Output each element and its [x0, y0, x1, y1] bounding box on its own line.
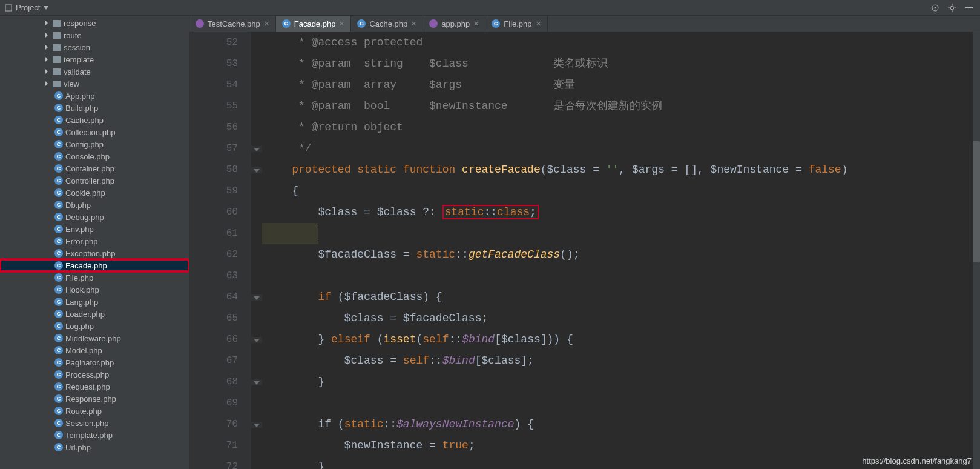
- file-Hook.php[interactable]: CHook.php: [0, 284, 189, 296]
- code-line-62[interactable]: 62 $facadeClass = static::getFacadeClass…: [189, 244, 980, 265]
- file-Loader.php[interactable]: CLoader.php: [0, 308, 189, 320]
- folder-session[interactable]: session: [0, 41, 189, 53]
- expand-arrow-icon[interactable]: [45, 81, 48, 86]
- file-Lang.php[interactable]: CLang.php: [0, 296, 189, 308]
- code-line-69[interactable]: 69: [189, 393, 980, 414]
- expand-arrow-icon[interactable]: [45, 21, 48, 25]
- file-label: Build.php: [65, 104, 98, 113]
- php-class-icon: C: [54, 201, 63, 209]
- code-line-64[interactable]: 64 if ($facadeClass) {: [189, 287, 980, 308]
- file-App.php[interactable]: CApp.php: [0, 90, 189, 102]
- code-line-68[interactable]: 68 }: [189, 371, 980, 393]
- php-class-icon: C: [54, 407, 63, 415]
- close-icon[interactable]: ✕: [536, 20, 541, 28]
- file-Debug.php[interactable]: CDebug.php: [0, 211, 189, 223]
- close-icon[interactable]: ✕: [339, 20, 344, 28]
- file-Facade.php[interactable]: CFacade.php: [0, 259, 189, 271]
- expand-arrow-icon[interactable]: [45, 33, 48, 38]
- tab-TestCache.php[interactable]: TestCache.php✕: [189, 16, 276, 32]
- folder-route[interactable]: route: [0, 29, 189, 41]
- code-line-56[interactable]: 56 * @return object: [189, 117, 980, 138]
- project-icon: [5, 4, 12, 12]
- file-label: Db.php: [65, 201, 91, 210]
- code-line-52[interactable]: 52 * @access protected: [189, 32, 980, 53]
- file-Console.php[interactable]: CConsole.php: [0, 150, 189, 162]
- project-dropdown[interactable]: Project: [5, 3, 48, 12]
- fold-marker-icon[interactable]: [254, 379, 260, 385]
- file-Container.php[interactable]: CContainer.php: [0, 162, 189, 175]
- tab-File.php[interactable]: CFile.php✕: [485, 16, 547, 32]
- editor-area: TestCache.php✕CFacade.php✕CCache.php✕app…: [189, 16, 980, 469]
- fold-marker-icon[interactable]: [254, 294, 260, 301]
- fold-marker-icon[interactable]: [254, 146, 260, 152]
- code-editor[interactable]: 52 * @access protected53 * @param string…: [189, 32, 980, 469]
- code-line-72[interactable]: 72 }: [189, 456, 980, 469]
- code-line-60[interactable]: 60 $class = $class ?: static::class;: [189, 202, 980, 223]
- expand-arrow-icon[interactable]: [45, 57, 48, 62]
- code-line-67[interactable]: 67 $class = self::$bind[$class];: [189, 350, 980, 371]
- file-Response.php[interactable]: CResponse.php: [0, 393, 189, 405]
- tab-Facade.php[interactable]: CFacade.php✕: [276, 16, 352, 32]
- expand-arrow-icon[interactable]: [45, 69, 48, 74]
- code-line-65[interactable]: 65 $class = $facadeClass;: [189, 308, 980, 329]
- code-line-59[interactable]: 59 {: [189, 181, 980, 202]
- fold-marker-icon[interactable]: [254, 167, 260, 173]
- file-Process.php[interactable]: CProcess.php: [0, 368, 189, 381]
- file-Url.php[interactable]: CUrl.php: [0, 441, 189, 453]
- file-Log.php[interactable]: CLog.php: [0, 320, 189, 332]
- file-Middleware.php[interactable]: CMiddleware.php: [0, 332, 189, 344]
- code-line-66[interactable]: 66 } elseif (isset(self::$bind[$class]))…: [189, 329, 980, 350]
- file-Exception.php[interactable]: CException.php: [0, 247, 189, 259]
- code-line-61[interactable]: 61: [189, 223, 980, 244]
- folder-view[interactable]: view: [0, 78, 189, 90]
- code-content: protected static function createFacade($…: [262, 159, 847, 181]
- file-Config.php[interactable]: CConfig.php: [0, 138, 189, 150]
- tab-app.php[interactable]: app.php✕: [423, 16, 485, 32]
- file-Build.php[interactable]: CBuild.php: [0, 102, 189, 114]
- file-Model.php[interactable]: CModel.php: [0, 344, 189, 356]
- code-line-71[interactable]: 71 $newInstance = true;: [189, 435, 980, 456]
- close-icon[interactable]: ✕: [411, 20, 416, 28]
- file-Db.php[interactable]: CDb.php: [0, 199, 189, 211]
- code-line-63[interactable]: 63: [189, 265, 980, 287]
- folder-validate[interactable]: validate: [0, 65, 189, 78]
- code-content: $class = $facadeClass;: [262, 308, 488, 329]
- file-Error.php[interactable]: CError.php: [0, 235, 189, 247]
- file-Cache.php[interactable]: CCache.php: [0, 114, 189, 126]
- scrollbar-thumb[interactable]: [973, 141, 980, 262]
- code-line-70[interactable]: 70 if (static::$alwaysNewInstance) {: [189, 414, 980, 435]
- file-Collection.php[interactable]: CCollection.php: [0, 126, 189, 138]
- code-line-53[interactable]: 53 * @param string $class 类名或标识: [189, 53, 980, 75]
- file-Controller.php[interactable]: CController.php: [0, 175, 189, 187]
- fold-marker-icon[interactable]: [254, 422, 260, 428]
- minimize-icon[interactable]: [963, 2, 975, 14]
- php-class-icon: C: [54, 334, 63, 342]
- file-Cookie.php[interactable]: CCookie.php: [0, 187, 189, 199]
- code-line-54[interactable]: 54 * @param array $args 变量: [189, 75, 980, 96]
- file-Route.php[interactable]: CRoute.php: [0, 405, 189, 417]
- code-line-57[interactable]: 57 */: [189, 138, 980, 159]
- folder-template[interactable]: template: [0, 53, 189, 65]
- folder-icon: [53, 44, 61, 51]
- line-number: 55: [189, 96, 251, 117]
- file-Env.php[interactable]: CEnv.php: [0, 223, 189, 235]
- tab-Cache.php[interactable]: CCache.php✕: [351, 16, 423, 32]
- file-Template.php[interactable]: CTemplate.php: [0, 429, 189, 441]
- code-line-55[interactable]: 55 * @param bool $newInstance 是否每次创建新的实例: [189, 96, 980, 117]
- vertical-scrollbar[interactable]: [973, 32, 980, 469]
- code-line-58[interactable]: 58 protected static function createFacad…: [189, 159, 980, 181]
- file-Paginator.php[interactable]: CPaginator.php: [0, 356, 189, 368]
- file-Session.php[interactable]: CSession.php: [0, 417, 189, 429]
- fold-marker-icon[interactable]: [254, 337, 260, 343]
- expand-arrow-icon[interactable]: [45, 45, 48, 50]
- file-label: Middleware.php: [65, 334, 121, 343]
- close-icon[interactable]: ✕: [264, 20, 269, 28]
- line-number: 53: [189, 53, 251, 75]
- file-File.php[interactable]: CFile.php: [0, 271, 189, 284]
- close-icon[interactable]: ✕: [473, 20, 479, 28]
- file-Request.php[interactable]: CRequest.php: [0, 381, 189, 393]
- folder-response[interactable]: response: [0, 17, 189, 29]
- php-class-icon: C: [54, 164, 63, 173]
- gear-icon[interactable]: [946, 2, 958, 14]
- locate-icon[interactable]: [929, 2, 941, 14]
